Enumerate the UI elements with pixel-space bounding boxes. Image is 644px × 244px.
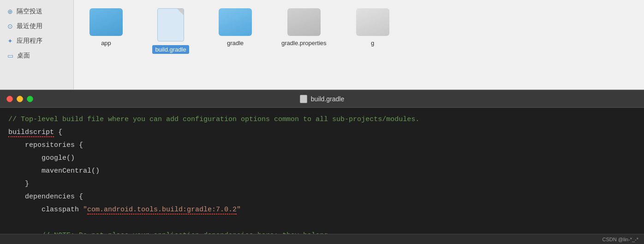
file-item-g[interactable]: g <box>354 8 391 46</box>
file-label-gradle: gradle <box>227 40 244 46</box>
folder-icon-gradle-properties <box>287 8 321 36</box>
title-file-icon <box>300 95 307 103</box>
close-button[interactable] <box>6 96 13 102</box>
file-item-build-gradle[interactable]: build.gradle <box>152 8 189 54</box>
file-item-gradle-properties[interactable]: gradle.properties <box>281 8 327 46</box>
folder-icon-gradle <box>219 8 252 36</box>
clock-icon: ⊙ <box>7 23 13 30</box>
file-item-gradle[interactable]: gradle <box>217 8 254 46</box>
file-item-app[interactable]: app <box>88 8 125 46</box>
sidebar-item-desktop[interactable]: ▭ 桌面 <box>0 50 73 62</box>
finder-window: ⊕ 隔空投送 ⊙ 最近使用 ✦ 应用程序 ▭ 桌面 app build.grad… <box>0 0 644 90</box>
sidebar-item-airdrop[interactable]: ⊕ 隔空投送 <box>0 6 73 17</box>
code-line-9 <box>8 216 636 229</box>
maximize-button[interactable] <box>27 96 33 102</box>
code-line-8: classpath "com.android.tools.build:gradl… <box>8 203 636 216</box>
gradle-file-icon <box>157 8 184 41</box>
code-line-6: } <box>8 178 636 191</box>
code-line-5: mavenCentral() <box>8 165 636 178</box>
finder-sidebar: ⊕ 隔空投送 ⊙ 最近使用 ✦ 应用程序 ▭ 桌面 <box>0 0 74 89</box>
desktop-icon: ▭ <box>7 52 13 59</box>
sidebar-label-applications: 应用程序 <box>17 37 42 45</box>
file-label-app: app <box>101 40 111 46</box>
app-icon: ✦ <box>7 37 13 45</box>
airdrop-icon: ⊕ <box>7 8 13 15</box>
code-line-3: repositories { <box>8 139 636 152</box>
editor-filename: build.gradle <box>311 95 344 103</box>
editor-window: build.gradle // Top-level build file whe… <box>0 90 644 244</box>
code-line-4: google() <box>8 152 636 165</box>
folder-icon-app <box>89 8 123 36</box>
sidebar-label-recent: 最近使用 <box>17 22 42 30</box>
sidebar-item-applications[interactable]: ✦ 应用程序 <box>0 35 73 47</box>
editor-title: build.gradle <box>300 95 344 103</box>
status-bar: CSDN @lin-*_-* <box>0 234 644 244</box>
code-line-10: // NOTE: Do not place your application d… <box>8 229 636 234</box>
code-editor-area[interactable]: // Top-level build file where you can ad… <box>0 108 644 234</box>
code-line-2: buildscript { <box>8 126 636 139</box>
sidebar-item-recent[interactable]: ⊙ 最近使用 <box>0 20 73 32</box>
file-label-gradle-properties: gradle.properties <box>281 40 327 46</box>
minimize-button[interactable] <box>17 96 23 102</box>
code-line-7: dependencies { <box>8 191 636 203</box>
file-label-g: g <box>371 40 374 46</box>
code-line-1: // Top-level build file where you can ad… <box>8 113 636 126</box>
traffic-lights <box>6 96 33 102</box>
folder-icon-g <box>356 8 389 36</box>
editor-title-bar: build.gradle <box>0 90 644 108</box>
csdn-label: CSDN @lin-*_-* <box>602 237 638 242</box>
finder-file-area: app build.gradle gradle gradle.propertie… <box>74 0 644 89</box>
sidebar-label-airdrop: 隔空投送 <box>17 7 42 16</box>
sidebar-label-desktop: 桌面 <box>17 52 30 60</box>
file-label-build-gradle: build.gradle <box>152 45 189 54</box>
